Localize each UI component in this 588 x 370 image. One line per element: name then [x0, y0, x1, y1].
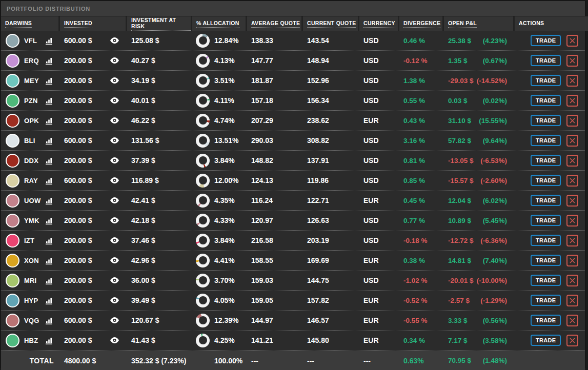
close-position-button[interactable]	[566, 315, 578, 326]
darwin-name[interactable]: VFL	[24, 37, 37, 45]
darwin-name[interactable]: DDX	[24, 157, 38, 165]
darwin-avatar[interactable]	[6, 274, 19, 287]
darwin-name[interactable]: MRI	[24, 277, 36, 284]
close-position-button[interactable]	[566, 195, 578, 207]
darwin-avatar[interactable]	[6, 234, 19, 248]
trade-button[interactable]: TRADE	[531, 315, 561, 326]
column-header-average-quote[interactable]: AVERAGE QUOTE	[247, 16, 301, 31]
trade-button[interactable]: TRADE	[531, 295, 561, 306]
close-position-button[interactable]	[566, 215, 578, 227]
eye-icon[interactable]	[110, 217, 119, 223]
bar-chart-icon[interactable]	[46, 36, 54, 45]
close-position-button[interactable]	[566, 135, 578, 147]
eye-icon[interactable]	[110, 317, 119, 323]
trade-button[interactable]: TRADE	[531, 35, 561, 46]
darwin-name[interactable]: UOW	[24, 197, 40, 204]
eye-icon[interactable]	[110, 297, 119, 303]
darwin-name[interactable]: HYP	[24, 297, 38, 304]
close-position-button[interactable]	[566, 335, 578, 346]
close-position-button[interactable]	[566, 295, 578, 306]
darwin-name[interactable]: PZN	[24, 97, 38, 105]
darwin-avatar[interactable]	[6, 54, 19, 68]
bar-chart-icon[interactable]	[46, 96, 54, 105]
eye-icon[interactable]	[110, 117, 119, 124]
darwin-name[interactable]: HBZ	[24, 337, 38, 344]
trade-button[interactable]: TRADE	[531, 195, 561, 206]
close-position-button[interactable]	[566, 175, 578, 187]
darwin-avatar[interactable]	[6, 294, 19, 307]
darwin-avatar[interactable]	[6, 194, 19, 208]
darwin-avatar[interactable]	[6, 114, 19, 128]
darwin-avatar[interactable]	[6, 314, 19, 327]
column-header-investment-at-risk[interactable]: INVESTMENT AT RISK	[127, 16, 191, 31]
bar-chart-icon[interactable]	[46, 276, 54, 284]
trade-button[interactable]: TRADE	[531, 275, 561, 286]
eye-icon[interactable]	[110, 157, 119, 163]
trade-button[interactable]: TRADE	[531, 215, 561, 226]
column-header-allocation[interactable]: % ALLOCATION	[192, 16, 246, 31]
trade-button[interactable]: TRADE	[531, 255, 561, 266]
darwin-name[interactable]: BLI	[24, 137, 35, 145]
close-position-button[interactable]	[566, 255, 578, 266]
bar-chart-icon[interactable]	[46, 316, 54, 324]
bar-chart-icon[interactable]	[46, 76, 54, 85]
trade-button[interactable]: TRADE	[531, 235, 561, 246]
darwin-avatar[interactable]	[6, 254, 19, 268]
darwin-avatar[interactable]	[6, 154, 19, 168]
darwin-avatar[interactable]	[6, 134, 19, 148]
trade-button[interactable]: TRADE	[531, 55, 561, 66]
darwin-name[interactable]: XON	[24, 257, 39, 264]
darwin-avatar[interactable]	[6, 214, 19, 228]
darwin-name[interactable]: IZT	[24, 237, 34, 244]
close-position-button[interactable]	[566, 235, 578, 246]
eye-icon[interactable]	[110, 197, 119, 203]
darwin-name[interactable]: VQG	[24, 317, 39, 324]
darwin-name[interactable]: YMK	[24, 217, 39, 224]
darwin-name[interactable]: ERQ	[24, 57, 39, 65]
column-header-currency[interactable]: CURRENCY	[359, 16, 398, 31]
bar-chart-icon[interactable]	[46, 256, 54, 264]
column-header-open-pnl[interactable]: OPEN P&L	[444, 16, 513, 31]
darwin-avatar[interactable]	[6, 74, 19, 88]
darwin-avatar[interactable]	[6, 334, 19, 347]
bar-chart-icon[interactable]	[46, 336, 54, 344]
eye-icon[interactable]	[110, 257, 119, 263]
trade-button[interactable]: TRADE	[531, 335, 561, 346]
eye-icon[interactable]	[110, 237, 119, 243]
column-header-divergence[interactable]: DIVERGENCE	[399, 16, 442, 31]
column-header-invested[interactable]: INVESTED	[60, 16, 126, 31]
close-position-button[interactable]	[566, 95, 578, 107]
eye-icon[interactable]	[110, 97, 119, 104]
bar-chart-icon[interactable]	[46, 116, 54, 125]
trade-button[interactable]: TRADE	[531, 155, 561, 166]
darwin-avatar[interactable]	[6, 34, 19, 48]
column-header-darwins[interactable]: DARWINS	[1, 16, 58, 31]
eye-icon[interactable]	[110, 77, 119, 84]
darwin-name[interactable]: RAY	[24, 177, 38, 184]
eye-icon[interactable]	[110, 337, 119, 343]
eye-icon[interactable]	[110, 277, 119, 283]
bar-chart-icon[interactable]	[46, 56, 54, 65]
darwin-avatar[interactable]	[6, 94, 19, 108]
bar-chart-icon[interactable]	[46, 296, 54, 304]
eye-icon[interactable]	[110, 177, 119, 183]
close-position-button[interactable]	[566, 55, 578, 67]
darwin-name[interactable]: OPK	[24, 117, 39, 125]
eye-icon[interactable]	[110, 57, 119, 64]
bar-chart-icon[interactable]	[46, 156, 54, 165]
close-position-button[interactable]	[566, 275, 578, 286]
trade-button[interactable]: TRADE	[531, 115, 561, 126]
close-position-button[interactable]	[566, 115, 578, 127]
close-position-button[interactable]	[566, 75, 578, 87]
bar-chart-icon[interactable]	[46, 176, 54, 184]
darwin-avatar[interactable]	[6, 174, 19, 188]
bar-chart-icon[interactable]	[46, 196, 54, 204]
bar-chart-icon[interactable]	[46, 136, 54, 145]
darwin-name[interactable]: MEY	[24, 77, 39, 85]
close-position-button[interactable]	[566, 155, 578, 167]
bar-chart-icon[interactable]	[46, 236, 54, 244]
trade-button[interactable]: TRADE	[531, 95, 561, 106]
eye-icon[interactable]	[110, 37, 119, 44]
column-header-current-quote[interactable]: CURRENT QUOTE	[303, 16, 358, 31]
eye-icon[interactable]	[110, 137, 119, 143]
